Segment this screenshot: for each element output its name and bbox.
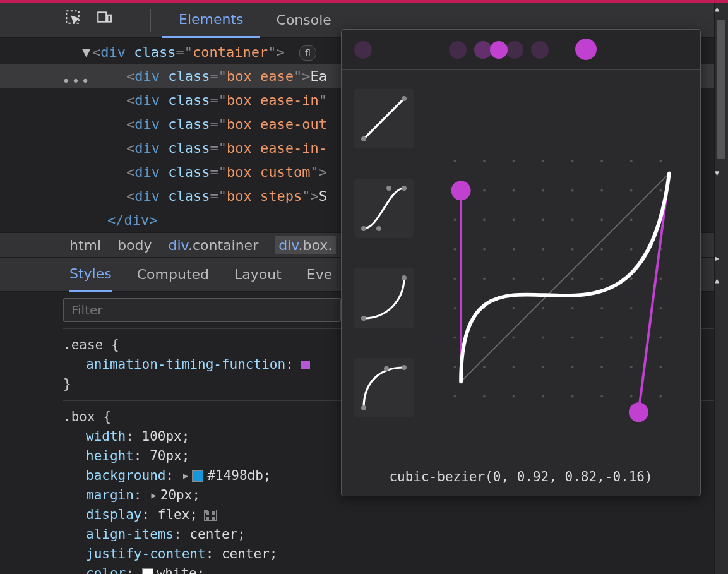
more-actions-icon[interactable]: ••• [62,69,91,93]
svg-point-30 [659,189,662,192]
styles-filter-input[interactable] [63,298,341,322]
prop-value[interactable]: 20px [160,487,193,503]
scroll-thumb[interactable] [717,20,725,159]
svg-point-82 [542,395,544,398]
preset-ease-in-out[interactable] [354,179,414,238]
bezier-output-text[interactable]: cubic-bezier(0, 0.92, 0.82,-0.16) [342,460,700,496]
breadcrumb-html[interactable]: html [69,237,101,253]
bezier-curve-editor[interactable] [443,83,688,448]
svg-point-22 [659,160,662,162]
prop-value[interactable]: white [157,566,197,574]
svg-point-36 [600,218,603,221]
prop-name[interactable]: color [86,566,126,574]
color-swatch-icon[interactable] [142,568,153,574]
scroll-up-icon[interactable]: ▲ [715,3,719,15]
svg-point-15 [453,160,456,162]
tab-event-listeners[interactable]: Eve [307,258,332,292]
svg-point-65 [513,337,515,339]
tab-elements[interactable]: Elements [162,3,260,38]
prop-value[interactable]: center [222,546,270,561]
vertical-scrollbar[interactable]: ▲ ▼ ▶ ▲ [714,3,728,574]
bezier-editor-popup[interactable]: cubic-bezier(0, 0.92, 0.82,-0.16) [341,29,701,496]
text-node: S [319,188,327,204]
selector[interactable]: .box [63,409,95,424]
device-toolbar-icon[interactable] [95,9,114,28]
preset-linear[interactable] [354,89,414,148]
svg-point-14 [402,365,407,370]
prop-name[interactable]: display [86,507,142,522]
svg-point-13 [384,366,389,371]
text-node: Ea [310,68,327,84]
svg-rect-1 [98,12,106,21]
svg-point-33 [513,218,515,221]
expand-icon[interactable]: ▸ [150,487,158,503]
flex-badge[interactable]: fl [299,45,316,61]
prop-value[interactable]: center [189,527,237,542]
prop-value[interactable]: 70px [150,448,182,463]
prop-name[interactable]: width [86,429,126,444]
svg-point-61 [630,307,633,309]
preview-ball-icon [575,39,597,60]
separator [150,9,151,32]
prop-value[interactable]: 100px [142,429,182,444]
svg-point-37 [630,218,633,221]
bezier-presets [354,83,430,448]
prop-value[interactable]: flex [158,507,190,522]
breadcrumb-box[interactable]: div.box. [275,236,336,254]
scroll-down-icon[interactable]: ▼ [715,167,719,179]
bezier-handle-p2[interactable] [629,402,648,422]
prop-name[interactable]: height [86,448,134,463]
scroll-up-icon[interactable]: ▲ [715,274,719,287]
svg-point-16 [483,160,486,162]
bezier-swatch-icon[interactable] [301,361,310,369]
svg-point-24 [483,189,486,192]
preview-ball-icon [354,41,372,59]
svg-point-12 [361,405,366,410]
svg-point-78 [659,366,662,368]
svg-point-63 [453,337,456,339]
svg-point-29 [630,189,633,192]
element-picker-icon[interactable] [63,9,82,28]
color-swatch-icon[interactable] [192,470,203,482]
svg-point-42 [542,248,544,251]
breadcrumb-body[interactable]: body [117,237,152,253]
svg-point-72 [483,366,486,368]
svg-point-8 [386,186,391,191]
prop-name[interactable]: justify-content [86,546,206,561]
svg-point-64 [483,337,486,339]
tab-layout[interactable]: Layout [234,258,282,292]
tab-console[interactable]: Console [260,3,348,38]
prop-name[interactable]: align-items [86,527,174,542]
svg-point-83 [571,395,574,398]
svg-point-53 [630,277,633,280]
svg-point-55 [453,307,456,309]
prop-value[interactable]: #1498db [207,468,263,483]
prop-name[interactable]: background [86,468,165,483]
svg-point-17 [513,160,515,162]
chevron-right-icon[interactable]: ▶ [715,252,719,265]
svg-point-49 [513,277,515,280]
svg-point-20 [600,160,603,162]
preset-ease-in[interactable] [354,268,414,328]
tab-styles[interactable]: Styles [69,258,112,292]
svg-point-60 [600,307,603,309]
bezier-preview-track [342,30,700,70]
svg-point-51 [571,277,574,280]
svg-point-77 [630,366,633,368]
tab-computed[interactable]: Computed [137,258,209,292]
svg-point-45 [630,248,633,251]
svg-point-73 [513,366,515,368]
breadcrumb-container[interactable]: div.container [169,237,259,253]
svg-point-70 [659,337,662,339]
svg-point-75 [571,366,574,368]
svg-point-84 [600,395,603,398]
bezier-handle-p1[interactable] [451,181,471,200]
prop-name[interactable]: margin [86,487,134,503]
svg-point-10 [361,316,366,321]
preset-ease-out[interactable] [354,358,414,417]
prop-name[interactable]: animation-timing-function [86,357,285,372]
preview-ball-icon [506,41,523,59]
expand-icon[interactable]: ▸ [182,468,190,483]
selector[interactable]: .ease [63,337,103,352]
flex-editor-icon[interactable] [204,510,217,521]
